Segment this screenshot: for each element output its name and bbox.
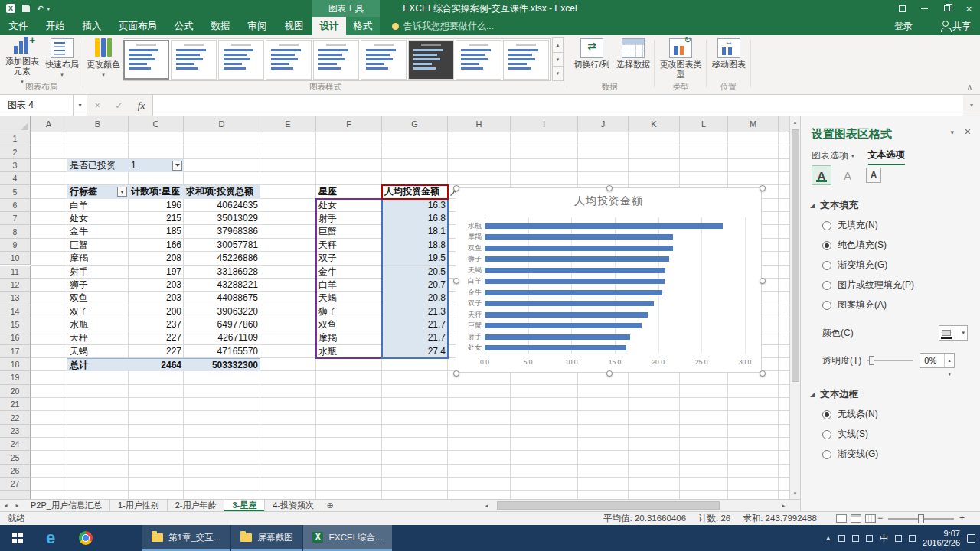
- lookup-constellation[interactable]: 巨蟹: [316, 225, 382, 238]
- bar[interactable]: [485, 279, 665, 284]
- spin-down-icon[interactable]: ▼: [945, 367, 954, 381]
- row-header-3[interactable]: 3: [0, 159, 31, 172]
- text-border-option[interactable]: 渐变线(G): [822, 448, 968, 461]
- text-outline-icon[interactable]: A: [838, 165, 858, 185]
- pivot-header-sum[interactable]: 求和项:投资总额: [184, 185, 260, 198]
- row-header-17[interactable]: 17: [0, 345, 31, 358]
- lookup-constellation[interactable]: 天蝎: [316, 292, 382, 305]
- bar[interactable]: [485, 234, 673, 240]
- row-header-24[interactable]: 24: [0, 438, 31, 451]
- bar[interactable]: [485, 246, 673, 251]
- lookup-constellation[interactable]: 白羊: [316, 279, 382, 292]
- pivot-count-value[interactable]: 166: [129, 239, 184, 252]
- row-header-4[interactable]: 4: [0, 172, 31, 185]
- text-border-section-header[interactable]: ◢ 文本边框: [810, 388, 980, 401]
- tell-me-box[interactable]: 告诉我您想要做什么...: [392, 17, 494, 35]
- lookup-constellation[interactable]: 天秤: [316, 239, 382, 252]
- formula-bar-collapse-icon[interactable]: ▾: [963, 95, 980, 116]
- scroll-down-icon[interactable]: ▼: [790, 487, 800, 499]
- formula-input[interactable]: [153, 95, 963, 116]
- pivot-count-value[interactable]: 227: [129, 345, 184, 358]
- pivot-sum-value[interactable]: 43288221: [184, 279, 260, 292]
- pivot-total-sum[interactable]: 503332300: [184, 358, 260, 371]
- column-header-partial[interactable]: [779, 116, 789, 132]
- column-header-K[interactable]: K: [629, 116, 680, 132]
- radio-icon[interactable]: [822, 261, 831, 270]
- bar[interactable]: [485, 223, 723, 229]
- bar[interactable]: [485, 323, 642, 328]
- lookup-constellation[interactable]: 狮子: [316, 305, 382, 318]
- share-button[interactable]: 共享: [942, 17, 971, 35]
- pivot-count-value[interactable]: 208: [129, 252, 184, 265]
- pivot-total-count[interactable]: 2464: [129, 358, 184, 371]
- tray-icon[interactable]: [895, 535, 902, 542]
- sheet-tab-P2P_用户信息汇总[interactable]: P2P_用户信息汇总: [23, 500, 110, 511]
- tray-icon[interactable]: [852, 535, 859, 542]
- row-header-7[interactable]: 7: [0, 212, 31, 225]
- pivot-sum-value[interactable]: 40624635: [184, 199, 260, 212]
- pivot-sum-value[interactable]: 64977860: [184, 318, 260, 331]
- radio-icon[interactable]: [822, 410, 831, 419]
- row-header-10[interactable]: 10: [0, 252, 31, 265]
- scroll-right-icon[interactable]: ▸: [778, 500, 789, 511]
- pivot-row-label[interactable]: 双鱼: [67, 292, 129, 305]
- selection-handle[interactable]: [453, 185, 459, 191]
- transparency-input[interactable]: 0% ▲ ▼: [920, 353, 955, 368]
- pivot-filter-funnel-button[interactable]: [172, 161, 182, 171]
- bar[interactable]: [485, 256, 669, 262]
- action-center-icon[interactable]: [967, 534, 975, 543]
- chevron-down-icon[interactable]: ▾: [950, 129, 954, 136]
- sheet-tab-1-用户性别[interactable]: 1-用户性别: [110, 500, 168, 511]
- chart-style-thumbnail[interactable]: [361, 40, 407, 80]
- pivot-count-value[interactable]: 215: [129, 212, 184, 225]
- zoom-out-icon[interactable]: −: [877, 512, 883, 525]
- column-header-C[interactable]: C: [129, 116, 184, 132]
- lookup-average-value[interactable]: 21.7: [382, 331, 448, 344]
- collapse-ribbon-icon[interactable]: ∧: [967, 83, 972, 91]
- column-header-I[interactable]: I: [511, 116, 578, 132]
- lookup-average-value[interactable]: 27.4: [382, 345, 448, 358]
- text-fill-option[interactable]: 渐变填充(G): [822, 259, 968, 272]
- bar[interactable]: [485, 334, 630, 340]
- ribbon-tab-6[interactable]: 数据: [202, 17, 239, 35]
- column-header-J[interactable]: J: [578, 116, 629, 132]
- input-method-indicator[interactable]: 中: [880, 533, 888, 544]
- page-layout-view-icon[interactable]: [851, 514, 861, 523]
- bar-chart[interactable]: 人均投资金额0.05.010.015.020.025.030.0水瓶摩羯双鱼狮子…: [456, 187, 762, 373]
- row-header-6[interactable]: 6: [0, 199, 31, 212]
- column-header-H[interactable]: H: [448, 116, 511, 132]
- page-break-view-icon[interactable]: [865, 514, 876, 523]
- scroll-thumb[interactable]: [792, 129, 799, 382]
- lookup-constellation[interactable]: 金牛: [316, 266, 382, 279]
- gallery-more-icon[interactable]: ▼: [552, 66, 564, 81]
- column-header-D[interactable]: D: [184, 116, 260, 132]
- row-labels-dropdown-button[interactable]: ▼: [117, 187, 127, 197]
- pivot-row-label[interactable]: 天蝎: [67, 345, 129, 358]
- pivot-count-value[interactable]: 185: [129, 225, 184, 238]
- lookup-constellation[interactable]: 摩羯: [316, 331, 382, 344]
- row-header-20[interactable]: 20: [0, 385, 31, 398]
- pivot-row-label[interactable]: 摩羯: [67, 252, 129, 265]
- radio-icon[interactable]: [822, 301, 831, 310]
- pivot-count-value[interactable]: 203: [129, 279, 184, 292]
- pivot-row-label[interactable]: 水瓶: [67, 318, 129, 331]
- filter-label-cell[interactable]: 是否已投资: [67, 159, 129, 172]
- row-header-25[interactable]: 25: [0, 451, 31, 464]
- taskbar-clock[interactable]: 9:07 2016/2/26: [923, 529, 960, 548]
- pivot-header-count[interactable]: 计数项:星座: [129, 185, 184, 198]
- row-header-18[interactable]: 18: [0, 358, 31, 371]
- normal-view-icon[interactable]: [836, 514, 847, 523]
- pivot-sum-value[interactable]: 39063220: [184, 305, 260, 318]
- scroll-left-icon[interactable]: ◂: [481, 500, 492, 511]
- radio-icon[interactable]: [822, 430, 831, 439]
- gallery-up-icon[interactable]: ▲: [552, 37, 564, 53]
- text-fill-section-header[interactable]: ◢ 文本填充: [810, 199, 980, 212]
- lookup-constellation[interactable]: 双鱼: [316, 318, 382, 331]
- selection-handle[interactable]: [453, 278, 459, 284]
- selection-handle[interactable]: [760, 185, 766, 191]
- radio-icon[interactable]: [822, 241, 831, 250]
- pivot-count-value[interactable]: 203: [129, 292, 184, 305]
- pivot-row-label[interactable]: 白羊: [67, 199, 129, 212]
- row-header-11[interactable]: 11: [0, 266, 31, 279]
- lookup-average-value[interactable]: 20.5: [382, 266, 448, 279]
